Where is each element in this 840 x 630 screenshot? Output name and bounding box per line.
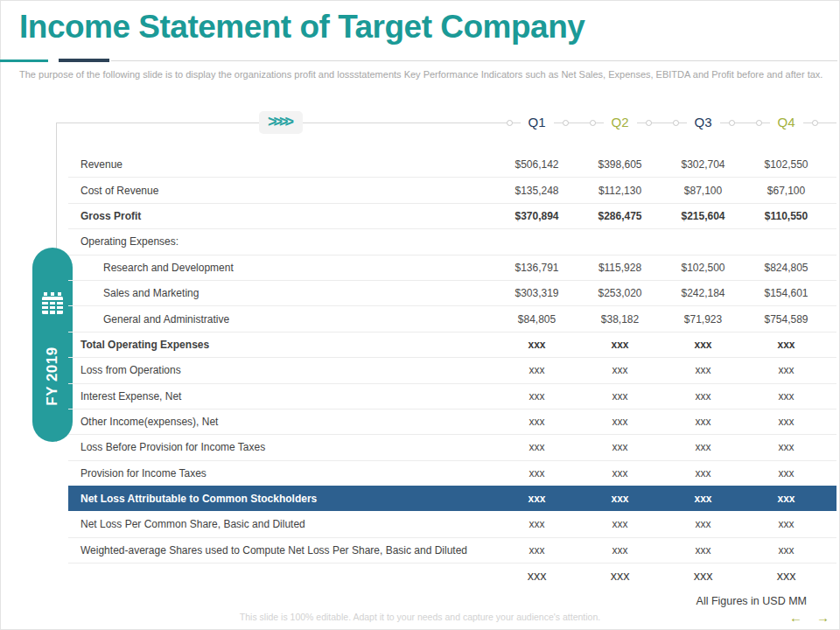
row-label: Research and Development <box>68 262 495 274</box>
quarter-label-q2: Q2 <box>603 112 636 133</box>
cell-value: xxx <box>745 467 828 480</box>
row-label: Revenue <box>68 158 495 171</box>
cell-value: $102,550 <box>745 158 828 171</box>
timeline-dot <box>673 120 679 126</box>
cell-value: xxx <box>495 339 578 351</box>
cell-value: xxx <box>578 441 662 453</box>
row-label: General and Administrative <box>68 313 495 326</box>
cell-value: xxx <box>578 569 662 583</box>
cell-value: $398,605 <box>578 158 662 171</box>
cell-value: xxx <box>745 416 828 428</box>
cell-value: $302,704 <box>662 158 745 171</box>
cell-value: xxx <box>662 441 745 453</box>
cell-value: $110,550 <box>745 210 828 222</box>
table-row: Sales and Marketing$303,319$253,020$242,… <box>68 280 836 305</box>
table-row: Gross Profit$370,894$286,475$215,604$110… <box>68 203 836 228</box>
timeline-dot <box>590 120 596 126</box>
row-label: Provision for Income Taxes <box>68 467 495 480</box>
quarter-label-q4: Q4 <box>769 112 802 133</box>
row-label: Net Loss Attributable to Common Stockhol… <box>68 493 495 505</box>
cell-value: xxx <box>745 569 828 583</box>
cell-value: xxx <box>495 467 578 480</box>
figures-unit-note: All Figures in USD MM <box>696 595 807 607</box>
cell-value: $115,928 <box>578 262 662 274</box>
timeline-dot <box>756 120 762 126</box>
editable-footer-note: This slide is 100% editable. Adapt it to… <box>0 612 840 622</box>
timeline-dot <box>729 120 735 126</box>
title-underline-gray <box>111 60 837 61</box>
table-row: Net Loss Per Common Share, Basic and Dil… <box>68 511 836 536</box>
table-row: Cost of Revenue$135,248$112,130$87,100$6… <box>68 177 836 202</box>
cell-value: xxx <box>745 544 828 556</box>
cell-value: xxx <box>662 339 745 351</box>
cell-value: xxx <box>662 569 745 583</box>
cell-value: xxx <box>495 493 578 505</box>
fiscal-year-pill <box>32 248 73 442</box>
timeline-dot <box>507 120 513 126</box>
row-label: Operating Expenses: <box>68 235 495 248</box>
cell-value: xxx <box>578 493 662 505</box>
cell-value: xxx <box>662 467 745 480</box>
table-row: Total Operating Expensesxxxxxxxxxxxx <box>68 332 836 357</box>
cell-value: xxx <box>662 544 745 556</box>
cell-value: xxx <box>662 390 745 402</box>
chevron-right-icon: >>>> <box>259 111 303 134</box>
prev-slide-arrow-icon[interactable]: ← <box>789 610 802 626</box>
cell-value: xxx <box>662 364 745 376</box>
row-label: Loss Before Provision for Income Taxes <box>68 441 495 453</box>
cell-value: xxx <box>662 518 745 530</box>
timeline-dot <box>563 120 569 126</box>
table-row: Other Income(expenses), Netxxxxxxxxxxxx <box>68 409 836 434</box>
row-label: Interest Expense, Net <box>68 390 495 402</box>
cell-value: $71,923 <box>662 313 745 326</box>
row-label: Sales and Marketing <box>68 287 495 299</box>
cell-value: $286,475 <box>578 210 662 222</box>
cell-value: $754,589 <box>745 313 828 326</box>
table-row: Revenue$506,142$398,605$302,704$102,550 <box>68 151 836 177</box>
income-statement-table: Revenue$506,142$398,605$302,704$102,550C… <box>68 151 836 589</box>
quarter-label-q1: Q1 <box>520 112 553 133</box>
cell-value: $253,020 <box>578 287 662 299</box>
next-slide-arrow-icon[interactable]: → <box>816 610 830 626</box>
table-row: Interest Expense, Netxxxxxxxxxxxx <box>68 383 836 409</box>
row-label: Gross Profit <box>68 210 495 222</box>
row-label: Loss from Operations <box>68 364 495 376</box>
cell-value: $303,319 <box>495 287 578 299</box>
cell-value: xxx <box>578 339 662 351</box>
cell-value: $84,805 <box>495 313 578 326</box>
timeline-dot <box>646 120 652 126</box>
cell-value: xxx <box>578 467 662 480</box>
row-label: Net Loss Per Common Share, Basic and Dil… <box>68 518 495 530</box>
cell-value: $154,601 <box>745 287 828 299</box>
slide: Income Statement of Target Company The p… <box>0 0 840 630</box>
cell-value: xxx <box>495 390 578 402</box>
cell-value: xxx <box>495 364 578 376</box>
quarter-label-q3: Q3 <box>686 112 719 133</box>
cell-value: $102,500 <box>662 262 745 274</box>
cell-value: $112,130 <box>578 185 662 197</box>
cell-value: xxx <box>745 339 828 351</box>
table-row: Loss Before Provision for Income Taxesxx… <box>68 434 836 459</box>
row-label: Weighted-average Shares used to Compute … <box>68 544 495 556</box>
table-row: General and Administrative$84,805$38,182… <box>68 305 836 331</box>
cell-value: xxx <box>495 569 578 583</box>
slide-navigation: ← → <box>789 610 830 626</box>
cell-value: xxx <box>745 518 828 530</box>
cell-value: xxx <box>578 544 662 556</box>
cell-value: $67,100 <box>745 185 828 197</box>
cell-value: xxx <box>745 441 828 453</box>
cell-value: xxx <box>495 441 578 453</box>
table-row: Provision for Income Taxesxxxxxxxxxxxx <box>68 460 836 486</box>
cell-value: $87,100 <box>662 185 745 197</box>
table-row: xxxxxxxxxxxx <box>68 563 836 588</box>
timeline-dot <box>812 120 818 126</box>
row-label: Other Income(expenses), Net <box>68 416 495 428</box>
cell-value: $38,182 <box>578 313 662 326</box>
cell-value: $506,142 <box>495 158 578 171</box>
page-title: Income Statement of Target Company <box>19 9 584 46</box>
cell-value: $215,604 <box>662 210 745 222</box>
table-row: Net Loss Attributable to Common Stockhol… <box>68 486 836 511</box>
fiscal-year-label: FY 2019 <box>44 346 61 405</box>
cell-value: $242,184 <box>662 287 745 299</box>
cell-value: xxx <box>662 493 745 505</box>
